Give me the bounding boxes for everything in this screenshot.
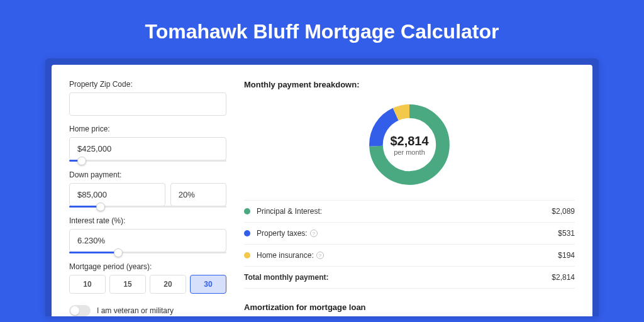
amortization-title: Amortization for mortgage loan (244, 303, 575, 312)
breakdown-column: Monthly payment breakdown: $2,814 per mo… (244, 80, 575, 316)
breakdown-value: $531 (558, 229, 575, 238)
home-price-label: Home price: (69, 125, 226, 133)
field-down-payment: Down payment: (69, 170, 226, 208)
info-icon[interactable]: ? (316, 252, 324, 259)
breakdown-list: Principal & Interest: $2,089 Property ta… (244, 200, 575, 289)
period-btn-30[interactable]: 30 (190, 275, 226, 294)
slider-thumb-icon[interactable] (114, 248, 123, 257)
breakdown-value: $2,089 (552, 207, 575, 216)
total-value: $2,814 (552, 273, 575, 282)
breakdown-title: Monthly payment breakdown: (244, 80, 575, 89)
donut-chart-wrap: $2,814 per month (244, 97, 575, 200)
field-zip: Property Zip Code: (69, 80, 226, 116)
breakdown-row-taxes: Property taxes: ? $531 (244, 223, 575, 245)
breakdown-value: $194 (558, 251, 575, 260)
donut-chart: $2,814 per month (365, 101, 453, 189)
breakdown-label: Property taxes: ? (257, 229, 558, 238)
toggle-knob-icon (70, 306, 79, 315)
legend-dot-icon (244, 208, 250, 214)
home-price-input[interactable] (69, 137, 226, 160)
info-icon[interactable]: ? (310, 230, 318, 237)
period-button-group: 10 15 20 30 (69, 275, 226, 294)
amortization-section: Amortization for mortgage loan Amortizat… (244, 303, 575, 316)
field-mortgage-period: Mortgage period (years): 10 15 20 30 (69, 262, 226, 294)
period-btn-20[interactable]: 20 (150, 275, 186, 294)
zip-input[interactable] (69, 92, 226, 116)
breakdown-label: Principal & Interest: (257, 207, 552, 216)
slider-thumb-icon[interactable] (96, 203, 105, 211)
interest-rate-slider[interactable] (69, 252, 226, 253)
interest-rate-label: Interest rate (%): (69, 216, 226, 225)
down-payment-input[interactable] (69, 183, 165, 206)
veteran-label: I am veteran or military (97, 306, 174, 315)
breakdown-label: Home insurance: ? (257, 251, 558, 260)
field-interest-rate: Interest rate (%): (69, 216, 226, 253)
interest-rate-input[interactable] (69, 229, 226, 252)
veteran-toggle-row: I am veteran or military (69, 305, 226, 316)
legend-dot-icon (244, 230, 250, 236)
veteran-toggle[interactable] (69, 305, 91, 316)
legend-dot-icon (244, 252, 250, 258)
down-payment-pct-input[interactable] (170, 183, 226, 206)
down-payment-label: Down payment: (69, 170, 226, 179)
donut-total-amount: $2,814 (390, 134, 428, 148)
period-btn-15[interactable]: 15 (109, 275, 146, 294)
zip-label: Property Zip Code: (69, 80, 226, 89)
home-price-slider[interactable] (69, 160, 226, 162)
page-title: Tomahawk Bluff Mortgage Calculator (0, 0, 644, 58)
breakdown-row-total: Total monthly payment: $2,814 (244, 267, 575, 289)
calculator-card: Property Zip Code: Home price: Down paym… (52, 65, 592, 316)
field-home-price: Home price: (69, 125, 226, 162)
mortgage-period-label: Mortgage period (years): (69, 262, 226, 271)
breakdown-row-principal: Principal & Interest: $2,089 (244, 201, 575, 223)
donut-sublabel: per month (394, 148, 425, 156)
form-column: Property Zip Code: Home price: Down paym… (69, 80, 226, 316)
slider-thumb-icon[interactable] (77, 157, 86, 165)
period-btn-10[interactable]: 10 (69, 275, 106, 294)
down-payment-slider[interactable] (69, 206, 226, 208)
calculator-card-wrapper: Property Zip Code: Home price: Down paym… (45, 58, 599, 316)
total-label: Total monthly payment: (244, 273, 552, 282)
breakdown-row-insurance: Home insurance: ? $194 (244, 245, 575, 267)
